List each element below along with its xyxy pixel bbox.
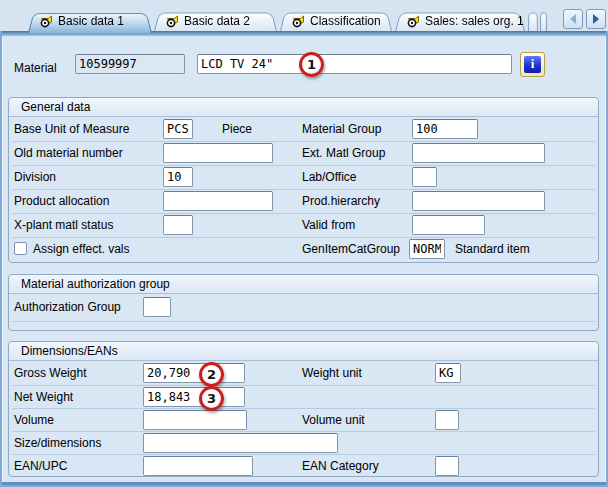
volume-unit-label: Volume unit	[302, 413, 365, 427]
product-allocation-field[interactable]	[163, 191, 273, 211]
division-field[interactable]	[163, 167, 193, 187]
row-separator	[12, 189, 595, 190]
annotation-circle-1: 1	[299, 52, 324, 77]
gen-item-cat-group-description: Standard item	[455, 242, 530, 256]
weight-unit-label: Weight unit	[302, 366, 362, 380]
gross-weight-label: Gross Weight	[14, 366, 86, 380]
row-separator	[12, 141, 595, 142]
sap-material-basic-data-window: Basic data 1 Basic data 2	[0, 0, 608, 487]
volume-label: Volume	[14, 413, 54, 427]
annotation-circle-3: 3	[199, 386, 224, 411]
tab-page-icon	[407, 15, 421, 28]
info-icon: i	[524, 56, 541, 73]
tab-basic-data-1[interactable]: Basic data 1	[28, 11, 152, 33]
old-material-number-field[interactable]	[163, 143, 273, 163]
ext-matl-group-label: Ext. Matl Group	[302, 146, 385, 160]
row-separator	[12, 213, 595, 214]
prod-hierarchy-field[interactable]	[412, 191, 545, 211]
net-weight-field[interactable]	[143, 387, 245, 407]
ext-matl-group-field[interactable]	[412, 143, 545, 163]
dimensions-eans-groupbox: Dimensions/EANs	[8, 341, 599, 477]
weight-unit-field[interactable]	[435, 363, 461, 383]
chevron-left-icon	[570, 14, 576, 24]
tab-label: Classification	[310, 14, 381, 28]
row-separator	[12, 385, 595, 386]
tab-scroll-left-button[interactable]	[563, 9, 583, 29]
gross-weight-field[interactable]	[143, 363, 245, 383]
size-dimensions-label: Size/dimensions	[14, 436, 101, 450]
xplant-matl-status-label: X-plant matl status	[14, 218, 113, 232]
xplant-matl-status-field[interactable]	[163, 215, 193, 235]
tab-label: Basic data 2	[184, 14, 250, 28]
tab-label: Basic data 1	[58, 14, 124, 28]
base-unit-description: Piece	[222, 122, 252, 136]
material-group-label: Material Group	[302, 122, 381, 136]
tab-scroll-right-button[interactable]	[586, 9, 606, 29]
general-data-header: General data	[9, 98, 598, 117]
dimensions-eans-header: Dimensions/EANs	[9, 342, 598, 361]
prod-hierarchy-label: Prod.hierarchy	[302, 194, 380, 208]
gen-item-cat-group-label: GenItemCatGroup	[302, 242, 400, 256]
net-weight-label: Net Weight	[14, 390, 73, 404]
tab-classification[interactable]: Classification	[280, 11, 392, 31]
base-unit-label: Base Unit of Measure	[14, 122, 129, 136]
tab-page-icon	[166, 15, 180, 28]
ean-category-field[interactable]	[435, 456, 459, 476]
annotation-circle-2: 2	[199, 362, 224, 387]
ean-upc-field[interactable]	[143, 456, 253, 476]
lab-office-field[interactable]	[412, 167, 437, 187]
row-separator	[12, 454, 595, 455]
row-separator	[12, 165, 595, 166]
gen-item-cat-group-field[interactable]	[409, 239, 445, 259]
information-button[interactable]: i	[520, 52, 545, 77]
tab-basic-data-2[interactable]: Basic data 2	[154, 11, 277, 31]
material-label: Material	[14, 61, 57, 75]
old-material-number-label: Old material number	[14, 146, 123, 160]
lab-office-label: Lab/Office	[302, 170, 356, 184]
tab-page-icon	[292, 15, 306, 28]
valid-from-label: Valid from	[302, 218, 355, 232]
tab-sales-sales-org-1[interactable]: Sales: sales org. 1	[395, 11, 525, 31]
material-description-field[interactable]	[197, 54, 512, 74]
row-separator	[12, 321, 595, 322]
authorization-group-field[interactable]	[143, 297, 171, 317]
volume-field[interactable]	[143, 410, 247, 430]
division-label: Division	[14, 170, 56, 184]
authorization-group-label: Authorization Group	[14, 300, 121, 314]
size-dimensions-field[interactable]	[143, 433, 338, 453]
row-separator	[12, 408, 595, 409]
volume-unit-field[interactable]	[435, 410, 459, 430]
ean-category-label: EAN Category	[302, 459, 379, 473]
chevron-right-icon	[593, 14, 599, 24]
tab-overflow-stub	[540, 11, 547, 31]
material-authorization-header: Material authorization group	[9, 275, 598, 294]
row-separator	[12, 431, 595, 432]
tab-label: Sales: sales org. 1	[425, 14, 524, 28]
valid-from-field[interactable]	[412, 215, 485, 235]
assign-effect-vals-label: Assign effect. vals	[33, 242, 130, 256]
material-group-field[interactable]	[412, 119, 478, 139]
material-number-field[interactable]	[75, 54, 185, 74]
ean-upc-label: EAN/UPC	[14, 459, 67, 473]
product-allocation-label: Product allocation	[14, 194, 109, 208]
base-unit-field[interactable]	[163, 119, 193, 139]
assign-effect-vals-checkbox[interactable]	[14, 242, 27, 255]
row-separator	[12, 237, 595, 238]
tab-page-icon	[40, 15, 54, 28]
tab-overflow-stub	[528, 11, 538, 31]
